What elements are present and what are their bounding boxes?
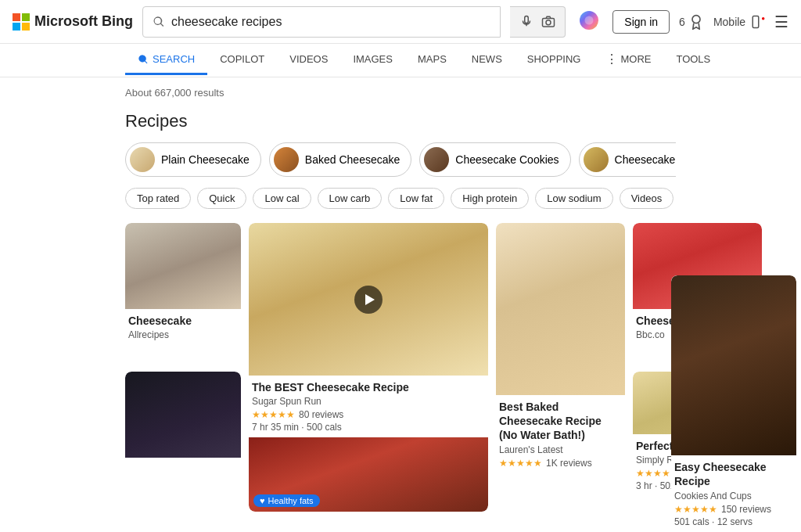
- card-blueberry[interactable]: [125, 372, 241, 512]
- pill-img-base: [584, 147, 609, 172]
- pill-cheesecake-base[interactable]: Cheesecake Base: [579, 142, 676, 177]
- meta-easy: 501 cals · 12 servs: [674, 516, 793, 527]
- header: Microsoft Bing Sign in 6: [0, 0, 801, 44]
- heart-icon: ♥: [260, 496, 265, 505]
- card-img-blueberry: [125, 372, 241, 458]
- svg-rect-2: [13, 23, 20, 31]
- pill-cheesecake-cookies[interactable]: Cheesecake Cookies: [419, 142, 570, 177]
- card-title-best-baked: Best Baked Cheesecake Recipe (No Water B…: [499, 400, 622, 443]
- reviews-easy: 150 reviews: [721, 504, 771, 515]
- play-button[interactable]: [354, 286, 383, 314]
- rewards-icon: [688, 14, 704, 30]
- svg-rect-0: [13, 13, 20, 21]
- sign-in-button[interactable]: Sign in: [612, 10, 670, 34]
- filter-high-protein[interactable]: High protein: [451, 188, 529, 209]
- pill-img-cookies: [424, 147, 449, 172]
- stars-best-baked: ★★★★★ 1K reviews: [499, 458, 622, 469]
- points-count: 6: [679, 16, 685, 28]
- filter-low-cal[interactable]: Low cal: [253, 188, 311, 209]
- card-allrecipes[interactable]: Cheesecake Allrecipes: [125, 223, 241, 364]
- main-content: About 667,000 results Recipes Plain Chee…: [0, 77, 801, 532]
- card-easy-cheesecake[interactable]: Easy Cheesecake Recipe Cookies And Cups …: [671, 275, 796, 531]
- card-healthy-fat[interactable]: ♥ Healthy fats: [249, 437, 488, 512]
- search-bar: [142, 6, 501, 38]
- logo: Microsoft Bing: [13, 13, 133, 31]
- pill-baked-cheesecake[interactable]: Baked Cheesecake: [269, 142, 411, 177]
- mobile-group[interactable]: Mobile ●: [713, 15, 765, 29]
- star-icon-3: ★★★★: [636, 468, 670, 479]
- meta-best: 7 hr 35 min · 500 cals: [252, 422, 485, 433]
- svg-rect-1: [22, 13, 30, 21]
- nav-item-tools[interactable]: TOOLS: [663, 45, 723, 75]
- card-source-best-baked: Lauren's Latest: [499, 444, 622, 455]
- mobile-label: Mobile: [713, 16, 745, 28]
- card-title-easy: Easy Cheesecake Recipe: [674, 460, 793, 488]
- nav-item-copilot[interactable]: COPILOT: [207, 45, 277, 75]
- card-info-allrecipes: Cheesecake Allrecipes: [125, 309, 241, 347]
- card-img-allrecipes: [125, 223, 241, 309]
- card-img-best-cheesecake: [249, 223, 488, 376]
- navigation: SEARCH COPILOT VIDEOS IMAGES MAPS NEWS S…: [0, 44, 801, 77]
- recipe-grid: Cheesecake Allrecipes The BEST Cheesecak…: [125, 223, 676, 512]
- nav-item-news[interactable]: NEWS: [459, 45, 515, 75]
- card-source-allrecipes: Allrecipes: [128, 329, 238, 340]
- search-icon: [153, 16, 165, 28]
- nav-item-search[interactable]: SEARCH: [125, 45, 207, 75]
- filter-top-rated[interactable]: Top rated: [125, 188, 191, 209]
- copilot-icon: [578, 9, 600, 31]
- card-best-cheesecake[interactable]: The BEST Cheesecake Recipe Sugar Spun Ru…: [249, 223, 488, 512]
- results-count: About 667,000 results: [125, 87, 676, 99]
- card-info-best-baked: Best Baked Cheesecake Recipe (No Water B…: [496, 395, 625, 475]
- filter-low-carb[interactable]: Low carb: [318, 188, 383, 209]
- section-title: Recipes: [125, 111, 676, 131]
- pill-plain-cheesecake[interactable]: Plain Cheesecake: [125, 142, 261, 177]
- filter-quick[interactable]: Quick: [197, 188, 246, 209]
- nav-item-images[interactable]: IMAGES: [340, 45, 405, 75]
- svg-point-7: [692, 15, 700, 23]
- bing-logo-icon: [13, 13, 30, 31]
- card-source-best: Sugar Spun Run: [252, 396, 485, 407]
- pill-img-plain: [130, 147, 155, 172]
- filter-pills: Top rated Quick Low cal Low carb Low fat…: [125, 188, 676, 209]
- svg-point-5: [546, 20, 551, 24]
- card-img-best-baked: [496, 223, 625, 395]
- search-action-icons: [510, 6, 566, 38]
- search-nav-icon: [138, 54, 149, 65]
- card-title-allrecipes: Cheesecake: [128, 314, 238, 328]
- reviews-best-baked: 1K reviews: [546, 458, 592, 469]
- header-right: Sign in 6 Mobile ● ☰: [612, 10, 788, 34]
- mobile-badge: ●: [761, 15, 765, 22]
- reviews-best: 80 reviews: [299, 409, 343, 420]
- healthy-fat-badge: ♥ Healthy fats: [253, 494, 320, 507]
- copilot-button[interactable]: [575, 6, 603, 37]
- more-dots-icon: ⋮: [605, 52, 618, 66]
- nav-item-videos[interactable]: VIDEOS: [277, 45, 340, 75]
- card-info-best-cheesecake: The BEST Cheesecake Recipe Sugar Spun Ru…: [249, 376, 488, 437]
- search-input[interactable]: [171, 15, 490, 29]
- stars-easy: ★★★★★ 150 reviews: [674, 504, 793, 515]
- svg-rect-8: [753, 16, 759, 27]
- card-img-healthy-fat: ♥ Healthy fats: [249, 437, 488, 512]
- pill-img-baked: [274, 147, 299, 172]
- nav-item-shopping[interactable]: SHOPPING: [515, 45, 594, 75]
- star-icon-4: ★★★★★: [674, 504, 717, 515]
- filter-videos[interactable]: Videos: [620, 188, 674, 209]
- card-info-easy: Easy Cheesecake Recipe Cookies And Cups …: [671, 455, 796, 531]
- card-best-baked[interactable]: Best Baked Cheesecake Recipe (No Water B…: [496, 223, 625, 512]
- nav-item-more[interactable]: ⋮ MORE: [593, 44, 663, 77]
- stars-best: ★★★★★ 80 reviews: [252, 409, 485, 420]
- menu-button[interactable]: ☰: [774, 13, 788, 31]
- recipe-category-pills: Plain Cheesecake Baked Cheesecake Cheese…: [125, 142, 676, 177]
- filter-low-fat[interactable]: Low fat: [388, 188, 444, 209]
- nav-item-maps[interactable]: MAPS: [405, 45, 459, 75]
- card-img-easy: [671, 275, 796, 455]
- camera-icon[interactable]: [541, 15, 555, 29]
- mic-icon[interactable]: [519, 15, 533, 29]
- card-source-easy: Cookies And Cups: [674, 491, 793, 501]
- logo-text: Microsoft Bing: [34, 13, 133, 30]
- filter-low-sodium[interactable]: Low sodium: [535, 188, 612, 209]
- points-group: 6: [679, 14, 704, 30]
- star-icon-2: ★★★★★: [499, 458, 542, 469]
- svg-rect-3: [22, 23, 30, 31]
- card-title-best-cheesecake: The BEST Cheesecake Recipe: [252, 380, 485, 394]
